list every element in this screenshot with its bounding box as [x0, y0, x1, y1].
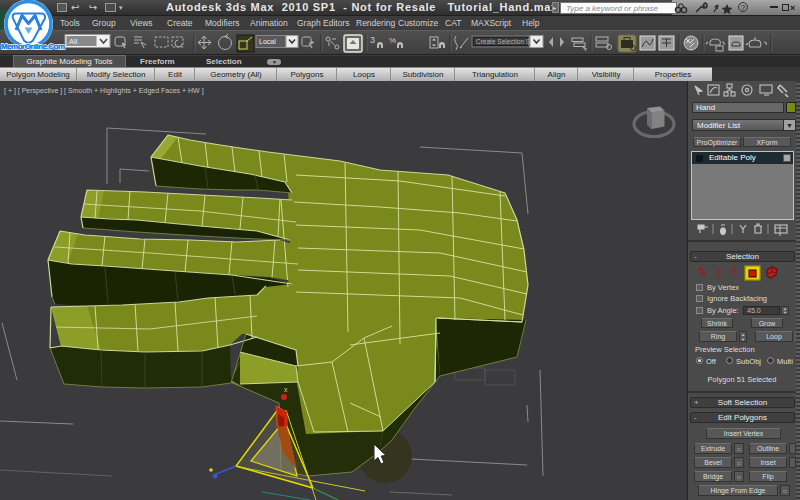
svg-text:x: x — [284, 386, 288, 393]
svg-text:%: % — [389, 36, 396, 45]
svg-text:[ + ] [ Perspective ] [ Smooth: [ + ] [ Perspective ] [ Smooth + Highlig… — [4, 87, 204, 95]
svg-text:Local: Local — [259, 38, 276, 45]
svg-text:3: 3 — [370, 35, 375, 45]
svg-text:MemorOnline.Com: MemorOnline.Com — [1, 42, 65, 51]
svg-text:Create Selection S: Create Selection S — [476, 38, 531, 45]
